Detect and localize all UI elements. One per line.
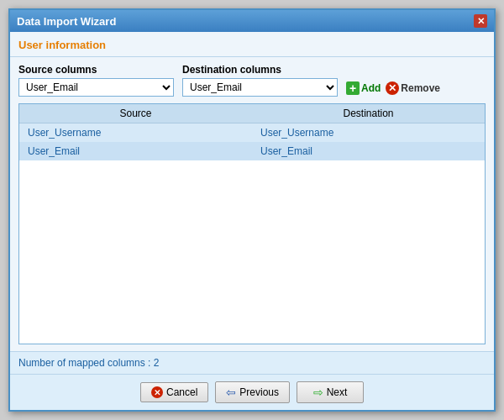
cancel-icon: ✕ [151,386,163,398]
source-columns-select[interactable]: User_Email User_Username [18,78,174,97]
destination-columns-select[interactable]: User_Email User_Username [182,78,338,97]
status-bar: Number of mapped columns : 2 [10,351,494,374]
mapping-table: Source Destination User_UsernameUser_Use… [19,104,485,160]
columns-row: Source columns User_Email User_Username … [18,64,486,97]
table-row: User_UsernameUser_Username [19,123,485,143]
cancel-button[interactable]: ✕ Cancel [140,382,208,402]
title-bar: Data Import Wizard ✕ [10,10,494,32]
source-cell: User_Email [19,142,252,160]
content-area: Source columns User_Email User_Username … [10,57,494,351]
destination-columns-label: Destination columns [182,64,338,76]
table-body: User_UsernameUser_UsernameUser_EmailUser… [19,123,485,161]
destination-cell: User_Username [252,123,485,143]
remove-button[interactable]: ✕ Remove [386,81,440,95]
source-columns-label: Source columns [18,64,174,76]
dialog-window: Data Import Wizard ✕ User information So… [8,8,496,412]
add-button[interactable]: + Add [346,81,381,95]
source-cell: User_Username [19,123,252,143]
mapping-table-container: Source Destination User_UsernameUser_Use… [18,103,486,344]
destination-column-header: Destination [252,104,485,123]
footer: ✕ Cancel ⇦ Previous ⇨ Next [10,374,494,410]
add-remove-group: + Add ✕ Remove [346,81,440,97]
source-column-group: Source columns User_Email User_Username [18,64,174,97]
destination-column-group: Destination columns User_Email User_User… [182,64,338,97]
next-icon: ⇨ [313,386,323,399]
next-button[interactable]: ⇨ Next [297,381,364,403]
close-button[interactable]: ✕ [474,14,487,28]
section-header: User information [10,32,494,57]
previous-button[interactable]: ⇦ Previous [215,381,290,403]
table-row: User_EmailUser_Email [19,142,485,160]
destination-cell: User_Email [252,142,485,160]
dialog-title: Data Import Wizard [17,15,116,28]
previous-icon: ⇦ [226,386,236,399]
source-column-header: Source [19,104,252,123]
status-label: Number of mapped columns : 2 [18,357,159,369]
add-icon: + [346,81,360,95]
table-header-row: Source Destination [19,104,485,123]
remove-icon: ✕ [386,81,399,95]
